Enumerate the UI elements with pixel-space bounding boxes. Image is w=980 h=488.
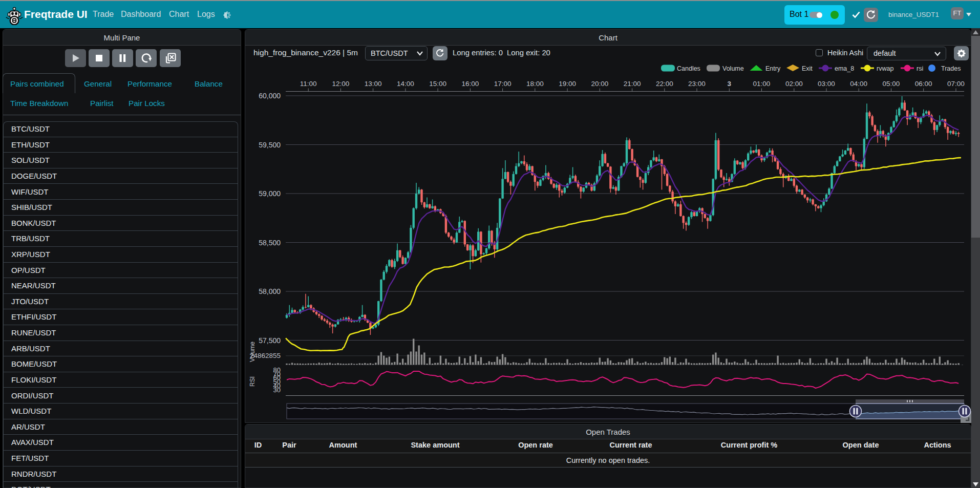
svg-text:Volume: Volume <box>722 65 744 72</box>
svg-text:59,500: 59,500 <box>259 141 281 149</box>
svg-text:21:00: 21:00 <box>624 80 641 88</box>
svg-text:59,000: 59,000 <box>259 189 281 198</box>
svg-text:14:00: 14:00 <box>397 80 414 88</box>
svg-text:Candles: Candles <box>677 65 700 72</box>
svg-text:58,000: 58,000 <box>259 287 281 295</box>
svg-text:17:00: 17:00 <box>494 80 512 88</box>
svg-text:20:00: 20:00 <box>591 80 608 88</box>
svg-text:30: 30 <box>273 386 281 394</box>
svg-text:Trades: Trades <box>941 65 961 72</box>
svg-text:Exit: Exit <box>802 65 813 72</box>
svg-text:Entry: Entry <box>765 65 781 72</box>
svg-text:23:00: 23:00 <box>688 80 706 88</box>
svg-text:58,500: 58,500 <box>259 239 281 247</box>
svg-text:3: 3 <box>728 80 732 88</box>
svg-text:02:00: 02:00 <box>785 80 803 88</box>
svg-text:11:00: 11:00 <box>300 80 317 88</box>
svg-text:rsi: rsi <box>917 65 923 72</box>
svg-text:15:00: 15:00 <box>429 80 446 88</box>
svg-text:18:00: 18:00 <box>526 80 544 88</box>
svg-text:05:00: 05:00 <box>883 80 900 88</box>
svg-text:60,000: 60,000 <box>259 92 281 100</box>
svg-text:03:00: 03:00 <box>818 80 835 88</box>
svg-text:12:00: 12:00 <box>332 80 350 88</box>
svg-text:22:00: 22:00 <box>656 80 673 88</box>
svg-text:19:00: 19:00 <box>559 80 576 88</box>
svg-text:04:00: 04:00 <box>850 80 867 88</box>
svg-text:57,500: 57,500 <box>259 336 281 345</box>
svg-text:06:00: 06:00 <box>915 80 932 88</box>
svg-text:RSI: RSI <box>249 376 256 387</box>
svg-text:ema_8: ema_8 <box>835 65 854 72</box>
svg-text:01:00: 01:00 <box>753 80 771 88</box>
svg-text:13:00: 13:00 <box>365 80 382 88</box>
svg-text:16:00: 16:00 <box>462 80 479 88</box>
svg-text:rvwap: rvwap <box>877 65 893 72</box>
svg-text:Volume: Volume <box>249 342 256 362</box>
svg-text:07:00: 07:00 <box>947 80 965 88</box>
